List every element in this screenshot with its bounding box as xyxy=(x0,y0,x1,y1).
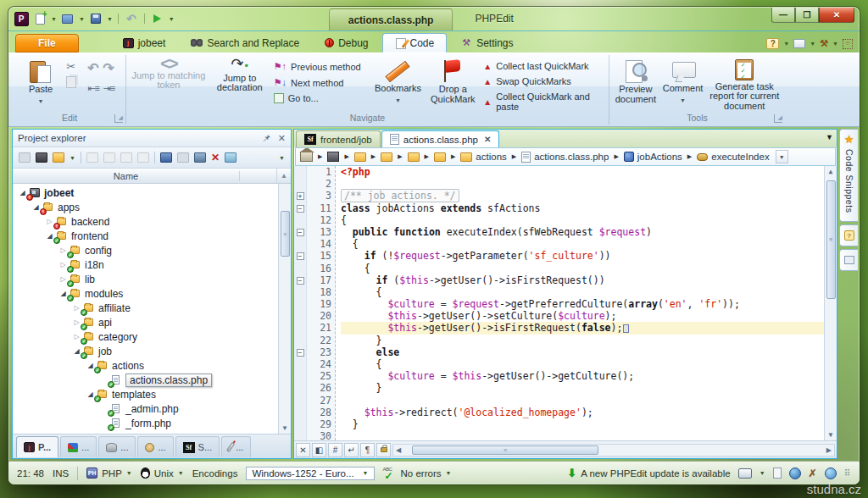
tree-item-apps[interactable]: ◢ ! apps xyxy=(13,200,291,214)
tree-item-config[interactable]: ▷ ✓ config xyxy=(13,243,291,257)
tree-item-actions[interactable]: ◢ ✓ actions xyxy=(13,358,291,373)
code-line-14[interactable]: { xyxy=(341,238,824,250)
community-icon[interactable] xyxy=(825,468,837,479)
fold-collapse-icon[interactable]: − xyxy=(297,252,304,260)
panel-tab-blocks[interactable]: ... xyxy=(60,436,97,457)
code-line-18[interactable]: { xyxy=(341,286,824,298)
resize-grip[interactable]: ⠿ xyxy=(844,468,851,478)
ribbon-tab-debug[interactable]: Debug xyxy=(313,33,380,53)
help-button[interactable]: ? xyxy=(766,38,779,49)
breadcrumb-jobActions[interactable]: jobActions xyxy=(624,152,682,162)
line-numbers-toggle-icon[interactable]: # xyxy=(328,443,342,457)
code-line-23[interactable]: else xyxy=(341,346,824,358)
side-tab-help[interactable]: ? xyxy=(839,224,858,246)
open-project-dropdown-icon[interactable]: ▼ xyxy=(70,155,75,161)
app-menu-button[interactable]: P xyxy=(14,12,29,25)
editor-tab-frontend-job[interactable]: Sffrontend/job xyxy=(296,130,381,147)
code-snippets-tab[interactable]: ★ Code Snippets xyxy=(839,129,858,222)
help-dropdown-icon[interactable]: ▼ xyxy=(783,41,789,47)
tree-item--form-php[interactable]: ✓ _form.php xyxy=(13,416,291,430)
web-preview-icon[interactable] xyxy=(789,468,801,479)
new-file-dropdown-icon[interactable]: ▼ xyxy=(51,16,57,22)
edit-dialog-launcher-icon[interactable]: ◢ xyxy=(114,114,123,123)
tree-item-category[interactable]: ▷ ✓ category xyxy=(13,329,291,344)
refresh-icon[interactable] xyxy=(177,152,189,163)
close-panel-icon[interactable]: ✕ xyxy=(278,133,286,144)
open-file-dropdown-icon[interactable]: ▼ xyxy=(79,16,85,22)
ribbon-tab-jobeet[interactable]: jjobeet xyxy=(111,33,178,53)
code-line-12[interactable]: { xyxy=(341,214,824,226)
toolbar-overflow-icon[interactable]: ▼ xyxy=(279,155,285,161)
run-button[interactable] xyxy=(150,12,165,25)
fold-collapse-icon[interactable]: − xyxy=(297,229,304,236)
tree-item-lib[interactable]: ▷ ✓ lib xyxy=(13,272,291,286)
pin-icon[interactable]: 📌︎ xyxy=(262,133,271,143)
close-split-icon[interactable]: ✕ xyxy=(296,443,310,457)
add-file-icon[interactable] xyxy=(86,152,98,163)
tree-item-actions-class-php[interactable]: ✓ actions.class.php xyxy=(13,373,291,387)
code-line-22[interactable]: } xyxy=(341,335,824,346)
breadcrumb-folder[interactable] xyxy=(434,152,446,162)
nav-next-method-button[interactable]: ⚑Next method xyxy=(270,76,370,89)
tree-item-backend[interactable]: ▷ ! backend xyxy=(13,214,291,229)
document-info-icon[interactable] xyxy=(773,468,782,479)
side-tab-structure[interactable] xyxy=(839,249,858,271)
tree-item--admin-php[interactable]: ✓ _admin.php xyxy=(13,401,291,416)
save-button[interactable] xyxy=(88,12,103,25)
tree-column-header[interactable]: Name ▲ xyxy=(13,169,291,184)
breadcrumb-folder[interactable] xyxy=(408,152,420,162)
panel-tab-database[interactable]: ... xyxy=(98,436,136,457)
editor-vscrollbar[interactable]: ▲ ≡ ▼ xyxy=(824,166,837,440)
code-line-16[interactable]: { xyxy=(341,263,824,274)
editor-scrollbar-thumb[interactable]: ≡ xyxy=(826,180,836,299)
panel-tab-sf[interactable]: SfS... xyxy=(175,436,220,457)
code-line-26[interactable]: } xyxy=(341,382,824,394)
name-column-header[interactable]: Name xyxy=(13,171,240,181)
show-whitespace-icon[interactable]: ¶ xyxy=(360,443,375,457)
copy-button[interactable] xyxy=(66,76,76,88)
error-status[interactable]: No errors ▼ xyxy=(383,468,452,479)
paste-button[interactable]: Paste ▼ xyxy=(15,57,66,111)
layout-switch-icon[interactable] xyxy=(738,468,752,479)
new-file-button[interactable] xyxy=(32,12,47,25)
jump-to-declaration-button[interactable]: ↷● Jump to declaration xyxy=(209,57,270,111)
restore-button[interactable]: ❐ xyxy=(795,8,819,23)
preview-document-button[interactable]: Preview document xyxy=(611,57,660,111)
code-line-15[interactable]: if (!$request->getParameter('sf_culture'… xyxy=(341,250,824,262)
code-line-17[interactable]: if ($this->getUser()->isFirstRequest()) xyxy=(341,274,824,286)
code-line-29[interactable]: } xyxy=(341,418,824,430)
editor-hscrollbar[interactable]: ◀ ≡ ▶ xyxy=(392,444,835,456)
code-line-1[interactable]: <?php xyxy=(341,166,824,178)
swap-quickmarks-button[interactable]: ▲Swap QuickMarks xyxy=(480,75,607,87)
fullscreen-toggle-icon[interactable]: ⁘ xyxy=(843,39,853,49)
breadcrumb-folder[interactable] xyxy=(354,152,366,162)
code-line-25[interactable]: $culture = $this->getUser()->getCulture(… xyxy=(341,370,824,382)
editor-scroll-up-icon[interactable]: ▲ xyxy=(829,166,833,177)
collect-last-quickmark-button[interactable]: ▲Collect last QuickMark xyxy=(480,60,607,72)
ribbon-tab-search-and-replace[interactable]: Search and Replace xyxy=(179,33,311,53)
code-line-11[interactable]: class jobActions extends sfActions xyxy=(341,202,824,214)
breadcrumb-project[interactable] xyxy=(327,152,339,162)
code-editor[interactable]: +−−−−− 123111213141516171819202122232425… xyxy=(294,166,837,440)
undo-button[interactable]: ↶ xyxy=(124,12,139,25)
nav-go-to--button[interactable]: Go to... xyxy=(270,92,370,104)
editor-hscrollbar-thumb[interactable]: ≡ xyxy=(412,445,598,455)
scroll-down-icon[interactable]: ▼ xyxy=(281,423,288,434)
remove-item-icon[interactable] xyxy=(120,152,132,163)
save-project-icon[interactable] xyxy=(160,152,172,163)
jump-matching-token-button[interactable]: <> Jump to matching token xyxy=(128,57,209,111)
fold-expand-icon[interactable]: + xyxy=(297,192,304,200)
readonly-lock-icon[interactable] xyxy=(376,443,391,457)
code-line-21[interactable]: $this->getUser()->isFirstRequest(false); xyxy=(341,322,824,334)
tree-item-affiliate[interactable]: ▷ ✓ affiliate xyxy=(13,301,291,315)
open-file-button[interactable] xyxy=(60,12,75,25)
tree-item-api[interactable]: ▷ ✓ api xyxy=(13,315,291,329)
code-line-28[interactable]: $this->redirect('@localized_homepage'); xyxy=(341,407,824,418)
panel-tab-project[interactable]: jP... xyxy=(16,436,58,457)
code-line-24[interactable]: { xyxy=(341,358,824,370)
code-line-13[interactable]: public function executeIndex(sfWebReques… xyxy=(341,226,824,238)
titlebar-document-tab[interactable]: actions.class.php xyxy=(329,8,453,30)
tab-overflow-dropdown-icon[interactable]: ▼ xyxy=(826,133,833,141)
code-line-30[interactable] xyxy=(341,430,824,440)
drop-quickmark-button[interactable]: Drop a QuickMark xyxy=(426,57,480,111)
